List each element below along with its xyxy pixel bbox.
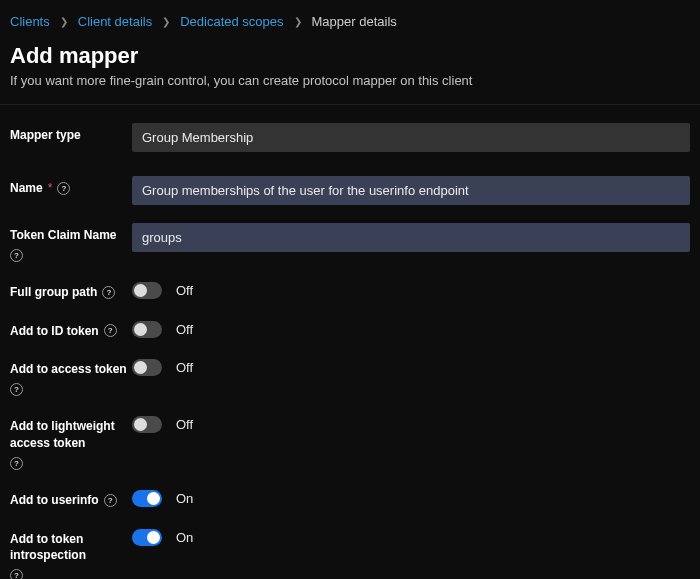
row-add-lightweight: Add to lightweight access token ? Off bbox=[10, 414, 690, 470]
toggle-add-access-token[interactable] bbox=[132, 359, 162, 376]
label-add-access-token: Add to access token bbox=[10, 361, 127, 378]
page-subtitle: If you want more fine-grain control, you… bbox=[10, 73, 690, 88]
label-add-introspection: Add to token introspection bbox=[10, 531, 132, 565]
row-mapper-type: Mapper type Group Membership bbox=[10, 123, 690, 152]
row-add-introspection: Add to token introspection ? On bbox=[10, 527, 690, 579]
row-add-access-token: Add to access token ? Off bbox=[10, 357, 690, 396]
name-input[interactable] bbox=[132, 176, 690, 205]
row-name: Name * ? bbox=[10, 176, 690, 205]
breadcrumb: Clients ❯ Client details ❯ Dedicated sco… bbox=[0, 0, 700, 43]
help-icon[interactable]: ? bbox=[104, 494, 117, 507]
help-icon[interactable]: ? bbox=[57, 182, 70, 195]
help-icon[interactable]: ? bbox=[104, 324, 117, 337]
help-icon[interactable]: ? bbox=[10, 569, 23, 579]
label-full-group-path: Full group path bbox=[10, 284, 97, 301]
help-icon[interactable]: ? bbox=[10, 249, 23, 262]
toggle-state-add-access-token: Off bbox=[176, 360, 193, 375]
toggle-state-add-userinfo: On bbox=[176, 491, 193, 506]
toggle-state-full-group-path: Off bbox=[176, 283, 193, 298]
help-icon[interactable]: ? bbox=[10, 457, 23, 470]
toggle-add-introspection[interactable] bbox=[132, 529, 162, 546]
row-add-id-token: Add to ID token ? Off bbox=[10, 319, 690, 340]
label-add-lightweight: Add to lightweight access token bbox=[10, 418, 132, 452]
required-indicator: * bbox=[48, 181, 53, 195]
breadcrumb-dedicated-scopes[interactable]: Dedicated scopes bbox=[180, 14, 283, 29]
toggle-state-add-id-token: Off bbox=[176, 322, 193, 337]
row-token-claim-name: Token Claim Name ? bbox=[10, 223, 690, 262]
label-token-claim-name: Token Claim Name bbox=[10, 227, 116, 244]
chevron-right-icon: ❯ bbox=[60, 16, 68, 27]
toggle-state-add-introspection: On bbox=[176, 530, 193, 545]
label-name: Name bbox=[10, 180, 43, 197]
label-add-id-token: Add to ID token bbox=[10, 323, 99, 340]
toggle-add-id-token[interactable] bbox=[132, 321, 162, 338]
mapper-type-value: Group Membership bbox=[132, 123, 690, 152]
breadcrumb-current: Mapper details bbox=[312, 14, 397, 29]
page-title: Add mapper bbox=[10, 43, 690, 69]
chevron-right-icon: ❯ bbox=[294, 16, 302, 27]
row-full-group-path: Full group path ? Off bbox=[10, 280, 690, 301]
chevron-right-icon: ❯ bbox=[162, 16, 170, 27]
toggle-state-add-lightweight: Off bbox=[176, 417, 193, 432]
toggle-full-group-path[interactable] bbox=[132, 282, 162, 299]
page-header: Add mapper If you want more fine-grain c… bbox=[0, 43, 700, 105]
help-icon[interactable]: ? bbox=[102, 286, 115, 299]
toggle-add-lightweight[interactable] bbox=[132, 416, 162, 433]
breadcrumb-clients[interactable]: Clients bbox=[10, 14, 50, 29]
row-add-userinfo: Add to userinfo ? On bbox=[10, 488, 690, 509]
toggle-add-userinfo[interactable] bbox=[132, 490, 162, 507]
label-add-userinfo: Add to userinfo bbox=[10, 492, 99, 509]
mapper-form: Mapper type Group Membership Name * ? To… bbox=[0, 105, 700, 579]
help-icon[interactable]: ? bbox=[10, 383, 23, 396]
label-mapper-type: Mapper type bbox=[10, 127, 81, 144]
token-claim-input[interactable] bbox=[132, 223, 690, 252]
breadcrumb-client-details[interactable]: Client details bbox=[78, 14, 152, 29]
